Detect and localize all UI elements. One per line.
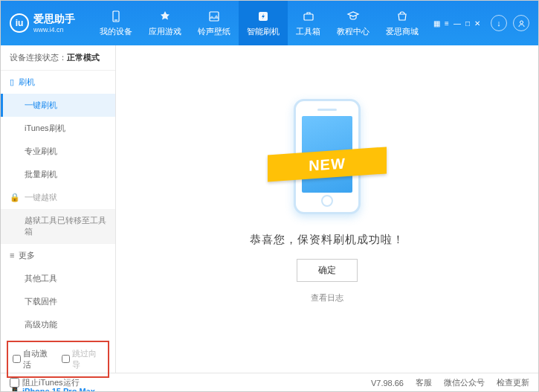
footer-support[interactable]: 客服 (416, 377, 432, 388)
view-log-link[interactable]: 查看日志 (311, 292, 343, 303)
menu-icon[interactable]: ▦ (433, 19, 440, 28)
skip-guide-checkbox[interactable]: 跳过向导 (62, 348, 103, 370)
header-right: ▦ ≡ — □ ✕ ↓ (433, 15, 529, 31)
user-button[interactable] (513, 15, 529, 31)
success-message: 恭喜您，保资料刷机成功啦！ (250, 233, 404, 247)
new-ribbon: NEW (268, 147, 387, 181)
main-nav: 我的设备 应用游戏 铃声壁纸 智能刷机 工具箱 教程中心 爱思商城 (91, 1, 433, 45)
toolbox-icon (301, 9, 316, 24)
ok-button[interactable]: 确定 (297, 259, 358, 282)
menu-itunes-flash[interactable]: iTunes刷机 (1, 117, 115, 140)
wallpaper-icon (207, 9, 222, 24)
nav-toolbox[interactable]: 工具箱 (288, 1, 329, 45)
menu-one-click-flash[interactable]: 一键刷机 (1, 94, 115, 117)
nav-ringtones[interactable]: 铃声壁纸 (190, 1, 239, 45)
logo: iu 爱思助手 www.i4.cn (10, 13, 75, 33)
svg-rect-4 (304, 14, 313, 20)
close-icon[interactable]: ✕ (474, 19, 480, 28)
nav-my-device[interactable]: 我的设备 (91, 1, 141, 45)
minimize-icon[interactable]: — (454, 19, 461, 28)
download-button[interactable]: ↓ (491, 15, 507, 31)
sidebar: 设备连接状态：正常模式 ▯刷机 一键刷机 iTunes刷机 专业刷机 批量刷机 … (1, 45, 116, 373)
success-illustration: NEW (275, 93, 379, 219)
device-icon (109, 9, 123, 24)
nav-smart-flash[interactable]: 智能刷机 (239, 1, 288, 45)
svg-point-5 (520, 21, 523, 24)
window-controls: ▦ ≡ — □ ✕ (433, 19, 480, 28)
nav-tutorials[interactable]: 教程中心 (329, 1, 378, 45)
connection-status: 设备连接状态：正常模式 (1, 45, 115, 71)
tutorial-icon (346, 9, 361, 24)
section-jailbreak: 🔒一键越狱 (1, 186, 115, 209)
nav-apps-games[interactable]: 应用游戏 (141, 1, 190, 45)
nav-store[interactable]: 爱思商城 (378, 1, 427, 45)
version-label: V7.98.66 (371, 379, 404, 388)
menu-batch-flash[interactable]: 批量刷机 (1, 163, 115, 186)
options-box: 自动激活 跳过向导 (7, 341, 109, 378)
jailbreak-note: 越狱工具已转移至工具箱 (1, 209, 115, 244)
more-icon: ≡ (10, 251, 14, 260)
tray-icon[interactable]: ≡ (445, 19, 449, 28)
menu-pro-flash[interactable]: 专业刷机 (1, 140, 115, 163)
block-itunes-checkbox[interactable]: 阻止iTunes运行 (10, 377, 80, 388)
logo-title: 爱思助手 (33, 13, 75, 26)
store-icon (395, 9, 410, 24)
footer-update[interactable]: 检查更新 (497, 377, 529, 388)
main-content: NEW 恭喜您，保资料刷机成功啦！ 确定 查看日志 (116, 45, 538, 373)
logo-subtitle: www.i4.cn (33, 26, 75, 33)
footer-wechat[interactable]: 微信公众号 (444, 377, 485, 388)
auto-activate-checkbox[interactable]: 自动激活 (13, 348, 54, 370)
menu-advanced[interactable]: 高级功能 (1, 313, 115, 336)
maximize-icon[interactable]: □ (465, 19, 470, 28)
app-icon (158, 9, 172, 24)
lock-icon: 🔒 (10, 193, 20, 202)
section-flash[interactable]: ▯刷机 (1, 71, 115, 94)
menu-other-tools[interactable]: 其他工具 (1, 267, 115, 290)
menu-download-firmware[interactable]: 下载固件 (1, 290, 115, 313)
flash-icon (256, 9, 271, 24)
header: iu 爱思助手 www.i4.cn 我的设备 应用游戏 铃声壁纸 智能刷机 工具… (1, 1, 538, 45)
section-more[interactable]: ≡更多 (1, 244, 115, 267)
phone-icon: ▯ (10, 77, 14, 87)
logo-icon: iu (10, 13, 29, 33)
